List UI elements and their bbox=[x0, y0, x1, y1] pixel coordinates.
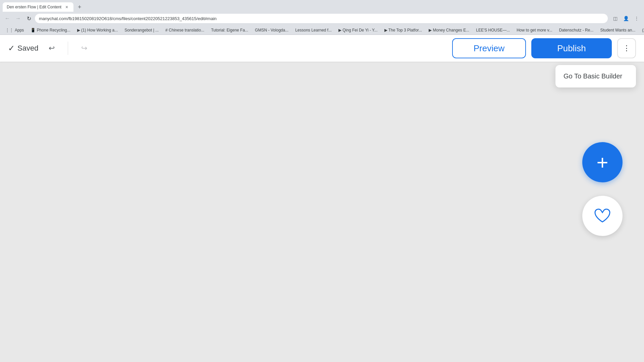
bookmark-6[interactable]: GMSN - Vologda... bbox=[252, 27, 291, 33]
bookmark-2[interactable]: ▶ (1) How Working a... bbox=[74, 27, 120, 33]
favorites-fab-button[interactable] bbox=[582, 196, 623, 236]
address-bar-row: ← → ↻ manychat.com/fb198150208192O618/cm… bbox=[0, 12, 644, 25]
bookmark-9-label: ▶ The Top 3 Platfor... bbox=[384, 28, 422, 33]
bookmark-4-label: # Chinese translatio... bbox=[165, 28, 204, 33]
bookmark-10-label: ▶ Money Changes E... bbox=[429, 28, 469, 33]
bookmark-11[interactable]: LEE'S HOUSE—... bbox=[473, 27, 513, 33]
preview-label: Preview bbox=[474, 43, 504, 54]
bookmark-15-label: (2) How To Add A... bbox=[642, 28, 644, 33]
bookmark-5-label: Tutorial: Eigene Fa... bbox=[211, 28, 248, 33]
bookmark-2-label: ▶ (1) How Working a... bbox=[77, 28, 118, 33]
bookmark-15[interactable]: (2) How To Add A... bbox=[639, 27, 644, 33]
reload-button[interactable]: ↻ bbox=[24, 14, 34, 23]
saved-indicator: ✓ Saved bbox=[8, 44, 38, 53]
bookmarks-bar: ⋮⋮ Apps 📱 Phone Recycling... ▶ (1) How W… bbox=[0, 25, 644, 35]
bookmark-10[interactable]: ▶ Money Changes E... bbox=[426, 27, 472, 33]
app-area: ✓ Saved ↩ ↪ Preview Publish ⋮ Go To Basi… bbox=[0, 35, 644, 362]
bookmark-4[interactable]: # Chinese translatio... bbox=[163, 27, 207, 33]
bookmark-12[interactable]: How to get more v... bbox=[514, 27, 555, 33]
tab-close-button[interactable]: × bbox=[64, 4, 69, 10]
preview-button[interactable]: Preview bbox=[452, 38, 526, 58]
go-to-basic-builder-item[interactable]: Go To Basic Builder bbox=[555, 68, 636, 85]
undo-button[interactable]: ↩ bbox=[44, 40, 60, 56]
heart-icon bbox=[593, 206, 612, 225]
url-text: manychat.com/fb198150208192O618/cms/file… bbox=[39, 16, 217, 21]
bookmark-9[interactable]: ▶ The Top 3 Platfor... bbox=[382, 27, 425, 33]
bookmark-apps-label: Apps bbox=[15, 28, 24, 33]
publish-button[interactable]: Publish bbox=[531, 38, 612, 58]
browser-menu-icon[interactable]: ⋮ bbox=[632, 14, 641, 23]
address-field[interactable]: manychat.com/fb198150208192O618/cms/file… bbox=[35, 14, 608, 23]
bookmark-13[interactable]: Datenschutz - Re... bbox=[556, 27, 596, 33]
bookmark-7[interactable]: Lessons Learned f... bbox=[292, 27, 334, 33]
more-dots-icon: ⋮ bbox=[623, 44, 630, 53]
browser-toolbar-icons: ◫ 👤 ⋮ bbox=[610, 14, 641, 23]
publish-label: Publish bbox=[557, 43, 586, 54]
tab-bar: Den ersten Flow | Edit Content × + bbox=[0, 0, 644, 12]
tab-title: Den ersten Flow | Edit Content bbox=[7, 5, 61, 9]
saved-label: Saved bbox=[17, 44, 38, 53]
check-icon: ✓ bbox=[8, 44, 15, 53]
canvas-area: + bbox=[0, 62, 644, 362]
bookmark-13-label: Datenschutz - Re... bbox=[559, 28, 594, 33]
extensions-icon[interactable]: ◫ bbox=[610, 14, 620, 23]
bookmark-7-label: Lessons Learned f... bbox=[295, 28, 332, 33]
apps-icon: ⋮⋮ bbox=[5, 28, 13, 33]
bookmark-14-label: Student Wants an... bbox=[600, 28, 635, 33]
bookmark-14[interactable]: Student Wants an... bbox=[597, 27, 638, 33]
profile-icon[interactable]: 👤 bbox=[621, 14, 631, 23]
bookmark-apps[interactable]: ⋮⋮ Apps bbox=[3, 27, 26, 33]
bookmark-1-label: 📱 Phone Recycling... bbox=[31, 28, 70, 33]
back-button[interactable]: ← bbox=[3, 14, 12, 23]
bookmark-5[interactable]: Tutorial: Eigene Fa... bbox=[208, 27, 251, 33]
bookmark-8-label: ▶ Qing Fei De Yi - Y... bbox=[338, 28, 378, 33]
dropdown-menu: Go To Basic Builder bbox=[555, 65, 636, 87]
bookmark-8[interactable]: ▶ Qing Fei De Yi - Y... bbox=[336, 27, 380, 33]
bookmark-3-label: Sonderangebot | ... bbox=[124, 28, 159, 33]
bookmark-12-label: How to get more v... bbox=[517, 28, 552, 33]
top-toolbar: ✓ Saved ↩ ↪ Preview Publish ⋮ Go To Basi… bbox=[0, 35, 644, 62]
forward-button[interactable]: → bbox=[13, 14, 23, 23]
add-icon: + bbox=[596, 151, 608, 174]
bookmark-6-label: GMSN - Vologda... bbox=[255, 28, 288, 33]
add-fab-button[interactable]: + bbox=[582, 142, 623, 182]
bookmark-3[interactable]: Sonderangebot | ... bbox=[122, 27, 161, 33]
new-tab-button[interactable]: + bbox=[75, 2, 84, 12]
active-tab[interactable]: Den ersten Flow | Edit Content × bbox=[3, 2, 73, 12]
bookmark-11-label: LEE'S HOUSE—... bbox=[476, 28, 510, 33]
toolbar-divider bbox=[68, 42, 68, 55]
more-options-button[interactable]: ⋮ bbox=[617, 38, 636, 58]
bookmark-1[interactable]: 📱 Phone Recycling... bbox=[28, 27, 73, 33]
redo-button[interactable]: ↪ bbox=[76, 40, 92, 56]
